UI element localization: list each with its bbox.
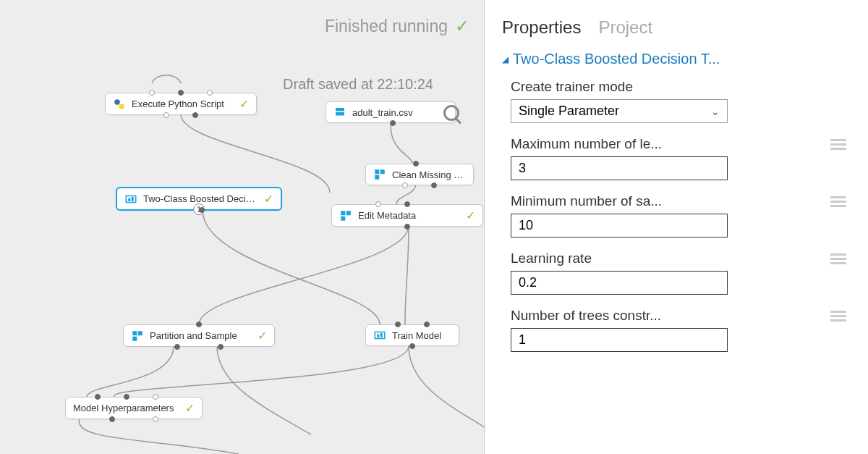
draft-saved-text: Draft saved at 22:10:24 (283, 76, 433, 93)
output-port[interactable] (390, 120, 396, 126)
output-port[interactable] (431, 182, 437, 188)
max-leaves-input[interactable] (511, 156, 728, 180)
svg-rect-5 (128, 198, 130, 201)
field-num-trees: Number of trees constr... (502, 308, 846, 352)
node-execute-python[interactable]: Execute Python Script ✓ (105, 93, 257, 115)
field-label: Learning rate (511, 251, 592, 266)
node-label: Two-Class Boosted Decision... (143, 193, 258, 204)
node-tune-hyperparameters[interactable]: Model Hyperparameters ✓ (65, 397, 203, 419)
tab-properties[interactable]: Properties (502, 17, 581, 38)
check-icon: ✓ (264, 192, 273, 206)
node-train-model[interactable]: Train Model (365, 324, 459, 346)
check-icon: ✓ (455, 16, 469, 36)
input-port[interactable] (413, 161, 419, 167)
node-label: Edit Metadata (358, 210, 460, 221)
svg-rect-14 (138, 331, 142, 335)
svg-rect-11 (346, 211, 351, 215)
field-max-leaves: Maximum number of le... (502, 136, 846, 180)
section-title[interactable]: ◢ Two-Class Boosted Decision T... (502, 51, 846, 67)
svg-point-0 (114, 99, 120, 105)
input-port[interactable] (124, 394, 129, 400)
output-port[interactable] (404, 224, 410, 230)
output-port[interactable] (199, 207, 205, 213)
node-label: adult_train.csv (352, 107, 435, 118)
svg-point-1 (119, 104, 124, 109)
field-label: Minimum number of sa... (511, 193, 662, 209)
input-port[interactable] (207, 90, 213, 96)
chevron-down-icon: ⌄ (711, 106, 720, 117)
input-port[interactable] (153, 394, 158, 400)
input-port[interactable] (404, 201, 410, 207)
experiment-canvas[interactable]: Finished running ✓ Draft saved at 22:10:… (0, 0, 485, 454)
status-bar: Finished running ✓ (325, 16, 469, 36)
node-label: Partition and Sample (150, 330, 252, 341)
trainer-mode-select[interactable]: Single Parameter ⌄ (511, 99, 728, 123)
check-icon: ✓ (239, 97, 249, 111)
svg-rect-3 (336, 112, 344, 116)
model-icon (124, 193, 137, 206)
node-adult-train[interactable]: adult_train.csv (326, 101, 456, 123)
output-port[interactable] (409, 343, 415, 349)
menu-icon[interactable] (830, 137, 846, 152)
num-trees-input[interactable] (511, 328, 728, 352)
field-label: Number of trees constr... (511, 308, 661, 324)
input-port[interactable] (196, 321, 202, 327)
output-port[interactable] (174, 344, 180, 350)
svg-rect-12 (341, 216, 345, 220)
svg-rect-8 (380, 169, 385, 174)
node-label: Model Hyperparameters (73, 403, 179, 413)
module-icon (339, 209, 352, 222)
properties-panel: Properties Project ◢ Two-Class Boosted D… (485, 0, 868, 454)
menu-icon[interactable] (830, 251, 846, 266)
node-edit-metadata[interactable]: Edit Metadata ✓ (331, 204, 483, 227)
module-icon (131, 329, 144, 342)
tabs: Properties Project (502, 17, 846, 38)
menu-icon[interactable] (830, 194, 846, 209)
svg-rect-13 (132, 331, 137, 335)
input-port[interactable] (395, 321, 401, 327)
svg-rect-16 (375, 332, 385, 339)
input-port[interactable] (149, 90, 155, 96)
svg-rect-17 (377, 335, 379, 338)
svg-rect-4 (126, 196, 136, 202)
svg-rect-2 (336, 108, 344, 112)
output-port[interactable] (153, 416, 158, 422)
model-icon (373, 329, 386, 342)
tab-project[interactable]: Project (598, 17, 652, 38)
input-port[interactable] (424, 321, 430, 327)
section-title-text: Two-Class Boosted Decision T... (513, 51, 720, 67)
status-text: Finished running (325, 17, 448, 36)
svg-rect-10 (341, 211, 345, 215)
svg-rect-18 (380, 333, 383, 337)
node-two-class-boosted[interactable]: Two-Class Boosted Decision... ✓ 1 (116, 187, 282, 211)
output-port[interactable] (163, 112, 169, 118)
field-trainer-mode: Create trainer mode Single Parameter ⌄ (502, 79, 846, 123)
svg-rect-15 (132, 336, 137, 340)
min-samples-input[interactable] (511, 214, 728, 237)
node-label: Execute Python Script (132, 98, 234, 109)
output-port[interactable] (192, 112, 198, 118)
dataset-icon (333, 106, 346, 119)
check-icon: ✓ (466, 209, 475, 222)
learning-rate-input[interactable] (511, 271, 728, 295)
svg-rect-6 (132, 197, 134, 201)
field-label: Create trainer mode (511, 79, 699, 95)
output-port[interactable] (402, 182, 408, 188)
input-port[interactable] (95, 394, 101, 400)
field-min-samples: Minimum number of sa... (502, 193, 846, 237)
collapse-icon: ◢ (502, 54, 509, 64)
output-port[interactable] (109, 416, 115, 422)
node-partition-sample[interactable]: Partition and Sample ✓ (123, 324, 275, 347)
input-port[interactable] (375, 201, 381, 207)
input-port[interactable] (178, 90, 184, 96)
check-icon: ✓ (185, 401, 195, 415)
node-label: Train Model (392, 330, 451, 341)
svg-rect-9 (375, 175, 379, 180)
select-value: Single Parameter (519, 104, 619, 119)
node-clean-missing[interactable]: Clean Missing Data (365, 164, 474, 185)
magnify-icon[interactable] (443, 105, 459, 121)
connection-wires (0, 0, 485, 454)
output-port[interactable] (218, 344, 224, 350)
node-label: Clean Missing Data (392, 169, 466, 180)
menu-icon[interactable] (830, 308, 846, 324)
